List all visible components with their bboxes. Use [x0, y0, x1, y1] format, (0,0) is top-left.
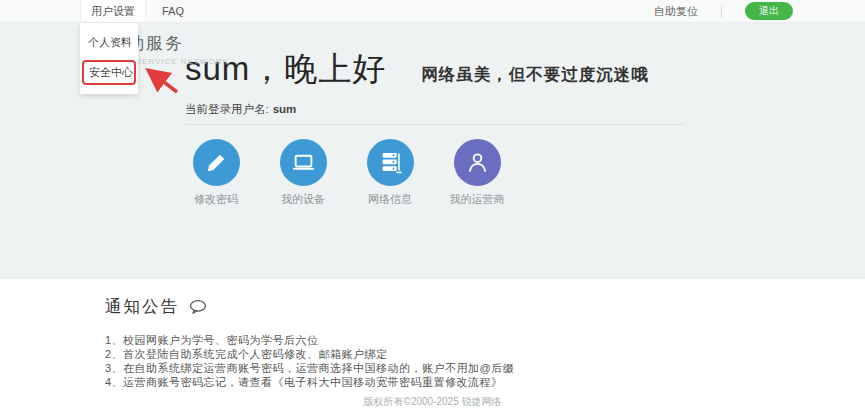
current-user-label: 当前登录用户名: — [185, 103, 269, 115]
topbar-divider — [721, 5, 722, 18]
notice-item: 2、首次登陆自助系统完成个人密码修改、邮箱账户绑定 — [105, 347, 865, 361]
notice-title: 通知公告 — [105, 296, 179, 318]
current-user-line: 当前登录用户名:sum — [185, 102, 685, 125]
quick-action-my-carrier[interactable]: 我的运营商 — [446, 139, 508, 207]
quick-action-label: 修改密码 — [194, 192, 238, 207]
dropdown-item-profile[interactable]: 个人资料 — [80, 29, 138, 56]
quick-action-label: 我的运营商 — [450, 192, 505, 207]
laptop-icon — [280, 139, 327, 186]
current-user-value: sum — [273, 103, 297, 115]
quick-actions-row: 修改密码 我的设备 — [185, 139, 865, 207]
quick-action-change-password[interactable]: 修改密码 — [185, 139, 247, 207]
menu-item-user-settings[interactable]: 用户设置 — [80, 0, 146, 22]
notice-list: 1、校园网账户为学号、密码为学号后六位 2、首次登陆自助系统完成个人密码修改、邮… — [105, 333, 865, 389]
user-settings-dropdown: 个人资料 安全中心 — [80, 23, 138, 94]
quick-action-label: 我的设备 — [281, 192, 325, 207]
dropdown-item-security-center[interactable]: 安全中心 — [82, 60, 136, 85]
logout-button[interactable]: 退出 — [745, 2, 793, 20]
server-icon — [367, 139, 414, 186]
notice-item: 4、运营商账号密码忘记，请查看《电子科大中国移动宽带密码重置修改流程》 — [105, 375, 865, 389]
notice-section: 通知公告 1、校园网账户为学号、密码为学号后六位 2、首次登陆自助系统完成个人密… — [0, 279, 865, 414]
self-reset-link[interactable]: 自助复位 — [654, 4, 698, 19]
quick-action-label: 网络信息 — [368, 192, 412, 207]
pencil-icon — [193, 139, 240, 186]
comment-bubble-icon — [188, 299, 208, 316]
copyright-text: 版权所有©2000-2025 锐捷网络 — [0, 395, 865, 409]
menu-item-faq[interactable]: FAQ — [152, 0, 194, 22]
notice-item: 1、校园网账户为学号、密码为学号后六位 — [105, 333, 865, 347]
quick-action-network-info[interactable]: 网络信息 — [359, 139, 421, 207]
topbar-spacer — [0, 0, 80, 22]
quick-action-my-devices[interactable]: 我的设备 — [272, 139, 334, 207]
greeting-subtitle: 网络虽美，但不要过度沉迷哦 — [421, 64, 649, 86]
person-icon — [454, 139, 501, 186]
top-menubar: 用户设置 FAQ 自助复位 退出 — [0, 0, 865, 23]
notice-item: 3、在自助系统绑定运营商账号密码，运营商选择中国移动的，账户不用加@后缀 — [105, 361, 865, 375]
